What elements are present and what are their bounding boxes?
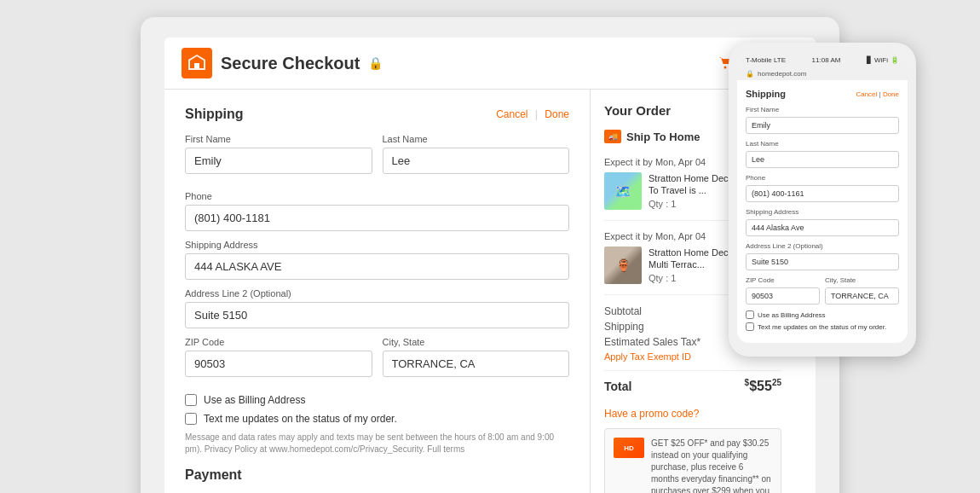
updates-checkbox-group: Text me updates on the status of my orde… — [185, 413, 569, 425]
city-state-group: City, State — [383, 337, 570, 377]
shipping-title: Shipping — [185, 107, 243, 122]
promo-card-text: GET $25 OFF* and pay $30.25 instead on y… — [651, 438, 772, 493]
mobile-first-name-label: First Name — [746, 106, 899, 113]
mobile-cancel-link[interactable]: Cancel — [856, 90, 877, 98]
total-row: Total $$5525 — [604, 370, 781, 401]
subtotal-label: Subtotal — [604, 305, 642, 317]
mobile-billing-checkbox[interactable] — [746, 310, 754, 319]
mobile-address2-label: Address Line 2 (Optional) — [746, 242, 899, 250]
tax-exempt-link[interactable]: Apply Tax Exempt ID — [604, 351, 691, 362]
name-row: First Name Last Name — [185, 134, 569, 183]
zip-input[interactable] — [185, 351, 372, 377]
page-header: Secure Checkout 🔒 Edit Cart (2) — [164, 38, 816, 90]
mobile-city-input[interactable] — [825, 287, 899, 304]
mobile-carrier: T-Mobile LTE — [746, 56, 786, 64]
address2-group: Address Line 2 (Optional) — [185, 288, 569, 328]
cancel-link[interactable]: Cancel — [496, 108, 527, 120]
address2-input[interactable] — [185, 302, 569, 328]
promo-card-inner: HD GET $25 OFF* and pay $30.25 instead o… — [614, 438, 772, 493]
mobile-screen: T-Mobile LTE 11:08 AM ▊ WiFi 🔋 🔒 homedep… — [737, 53, 908, 343]
total-amount: $$5525 — [745, 378, 781, 394]
order-title: Your Order — [604, 103, 671, 118]
battery-icon: 🔋 — [891, 56, 899, 64]
mobile-shipping-title: Shipping — [746, 89, 786, 99]
mobile-phone-label: Phone — [746, 174, 899, 182]
mobile-city-col: City, State — [825, 276, 899, 310]
city-state-label: City, State — [383, 337, 570, 347]
first-name-input[interactable] — [185, 148, 372, 174]
address-group: Shipping Address — [185, 240, 569, 280]
updates-checkbox[interactable] — [185, 413, 197, 425]
mobile-time: 11:08 AM — [812, 56, 841, 64]
mobile-city-label: City, State — [825, 276, 899, 284]
updates-label: Text me updates on the status of my orde… — [204, 413, 397, 425]
last-name-group: Last Name — [383, 134, 570, 174]
shipping-label: Shipping — [604, 321, 644, 333]
last-name-label: Last Name — [383, 134, 570, 144]
address2-label: Address Line 2 (Optional) — [185, 288, 569, 299]
wifi-icon: WiFi — [874, 56, 888, 64]
tax-label: Estimated Sales Tax* — [604, 336, 700, 348]
mobile-address-input[interactable] — [746, 219, 899, 236]
mobile-address2-input[interactable] — [746, 253, 899, 270]
billing-checkbox-group: Use as Billing Address — [185, 394, 569, 406]
lock-icon: 🔒 — [368, 56, 383, 70]
mobile-zip-label: ZIP Code — [746, 276, 820, 284]
done-link[interactable]: Done — [545, 108, 569, 120]
mobile-zip-input[interactable] — [746, 287, 820, 304]
mobile-billing-label: Use as Billing Address — [758, 311, 826, 319]
mobile-content: Shipping Cancel | Done First Name Last N… — [737, 80, 908, 343]
mobile-zip-col: ZIP Code — [746, 276, 820, 310]
left-panel: Shipping Cancel | Done First Name — [164, 90, 591, 493]
billing-checkbox[interactable] — [185, 394, 197, 406]
billing-label: Use as Billing Address — [204, 394, 305, 406]
phone-input[interactable] — [185, 205, 569, 231]
mobile-zip-city-row: ZIP Code City, State — [746, 276, 899, 310]
mobile-phone-input[interactable] — [746, 185, 899, 202]
mobile-shipping-header: Shipping Cancel | Done — [746, 89, 899, 99]
mobile-done-link[interactable]: Done — [883, 90, 899, 98]
mobile-first-name-input[interactable] — [746, 117, 899, 134]
zip-group: ZIP Code — [185, 337, 372, 377]
mobile-billing-checkbox-group: Use as Billing Address — [746, 310, 899, 319]
item-image-2: 🏺 — [604, 246, 642, 284]
mobile-lock-icon: 🔒 — [746, 70, 754, 78]
expect-label-1: Expect it by Mon, Apr 04 — [604, 157, 706, 167]
mobile-updates-label: Text me updates on the status of my orde… — [758, 323, 886, 331]
first-name-group: First Name — [185, 134, 372, 174]
divider: | — [535, 108, 540, 120]
expect-label-2: Expect it by Mon, Apr 04 — [604, 231, 706, 241]
mobile-nav-links: Cancel | Done — [856, 90, 899, 98]
mobile-url-text: homedepot.com — [758, 70, 806, 78]
mobile-updates-checkbox[interactable] — [746, 322, 754, 331]
zip-label: ZIP Code — [185, 337, 372, 347]
ship-icon: 🚚 — [604, 130, 621, 143]
shipping-section-header: Shipping Cancel | Done — [185, 107, 569, 122]
promo-code-link[interactable]: Have a promo code? — [604, 408, 781, 420]
total-label: Total — [604, 380, 631, 393]
address-input[interactable] — [185, 253, 569, 280]
address-label: Shipping Address — [185, 240, 569, 250]
promo-card: HD GET $25 OFF* and pay $30.25 instead o… — [604, 428, 781, 493]
mobile-last-name-input[interactable] — [746, 151, 899, 168]
signal-icon: ▊ — [867, 56, 872, 64]
payment-title: Payment — [185, 467, 569, 483]
main-content: Shipping Cancel | Done First Name — [164, 90, 816, 493]
page-title: Secure Checkout — [221, 54, 360, 73]
svg-rect-3 — [194, 63, 199, 68]
phone-group: Phone — [185, 191, 569, 231]
mobile-address-label: Shipping Address — [746, 208, 899, 216]
city-state-input[interactable] — [383, 351, 570, 377]
mobile-status-bar: T-Mobile LTE 11:08 AM ▊ WiFi 🔋 — [737, 53, 908, 67]
zip-city-row: ZIP Code City, State — [185, 337, 569, 386]
ship-label: Ship To Home — [626, 130, 700, 143]
mobile-url-bar: 🔒 homedepot.com — [737, 67, 908, 80]
first-name-label: First Name — [185, 134, 372, 144]
last-name-input[interactable] — [383, 148, 570, 174]
item-image-1: 🗺️ — [604, 172, 642, 210]
mobile-updates-checkbox-group: Text me updates on the status of my orde… — [746, 322, 899, 331]
shipping-links: Cancel | Done — [496, 108, 569, 120]
svg-point-4 — [723, 67, 726, 69]
payment-section: Payment PayPal Credit Card — [185, 467, 569, 493]
promo-card-image: HD — [614, 438, 644, 458]
